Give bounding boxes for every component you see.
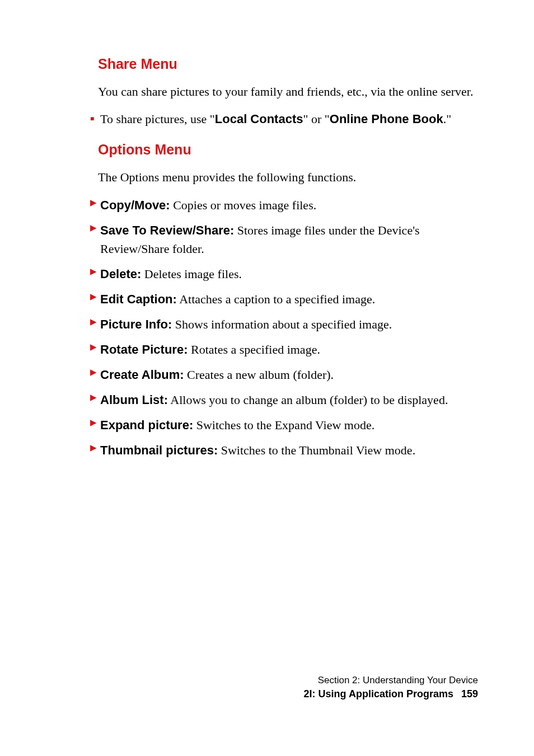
page-footer: Section 2: Understanding Your Device 2I:… [304,675,478,700]
arrow-icon: ▶ [90,316,97,328]
list-item: ▶ Save To Review/Share: Stores image fil… [98,221,478,258]
square-bullet-icon: ■ [90,114,94,124]
arrow-icon: ▶ [90,222,97,234]
item-desc: Attaches a caption to a specified image. [177,292,375,306]
list-item: ▶ Expand picture: Switches to the Expand… [98,416,478,434]
bullet-bold-1: Local Contacts [215,112,303,126]
arrow-icon: ▶ [90,265,97,278]
list-item: ▶ Album List: Allows you to change an al… [98,391,478,409]
arrow-icon: ▶ [90,341,97,354]
options-menu-intro: The Options menu provides the following … [98,169,478,186]
arrow-icon: ▶ [90,290,97,303]
bullet-text-prefix: To share pictures, use " [100,112,215,126]
arrow-icon: ▶ [90,196,97,209]
share-menu-list: ■ To share pictures, use "Local Contacts… [106,111,478,128]
arrow-icon: ▶ [90,442,97,454]
item-label: Save To Review/Share: [100,223,234,237]
options-menu-list: ▶ Copy/Move: Copies or moves image files… [106,196,478,459]
item-label: Thumbnail pictures: [100,443,218,457]
item-label: Copy/Move: [100,198,170,212]
arrow-icon: ▶ [90,391,97,404]
item-desc: Allows you to change an album (folder) t… [168,393,448,407]
item-label: Expand picture: [100,418,193,432]
item-desc: Switches to the Expand View mode. [193,418,374,432]
bullet-text-mid: " or " [303,112,329,126]
bullet-text-suffix: ." [443,112,451,126]
share-menu-intro: You can share pictures to your family an… [98,83,478,101]
item-label: Rotate Picture: [100,342,188,356]
item-label: Create Album: [100,368,184,382]
arrow-icon: ▶ [90,416,97,429]
item-desc: Copies or moves image files. [170,198,317,212]
page-number: 159 [461,688,478,699]
list-item: ■ To share pictures, use "Local Contacts… [98,111,478,128]
item-desc: Shows information about a specified imag… [172,317,392,331]
arrow-icon: ▶ [90,366,97,379]
bullet-bold-2: Online Phone Book [330,112,443,126]
list-item: ▶ Delete: Deletes image files. [98,265,478,283]
list-item: ▶ Copy/Move: Copies or moves image files… [98,196,478,214]
item-desc: Deletes image files. [141,267,242,281]
item-desc: Creates a new album (folder). [184,368,334,382]
list-item: ▶ Rotate Picture: Rotates a specified im… [98,340,478,359]
footer-sub-text: 2I: Using Application Programs [304,688,453,699]
item-label: Edit Caption: [100,292,177,306]
item-desc: Rotates a specified image. [188,342,320,356]
options-menu-heading: Options Menu [98,142,478,158]
item-desc: Switches to the Thumbnail View mode. [218,443,415,457]
list-item: ▶ Picture Info: Shows information about … [98,315,478,334]
list-item: ▶ Thumbnail pictures: Switches to the Th… [98,441,478,459]
footer-section-line: Section 2: Understanding Your Device [304,675,478,686]
list-item: ▶ Create Album: Creates a new album (fol… [98,365,478,384]
item-label: Album List: [100,393,168,407]
item-label: Picture Info: [100,317,172,331]
share-menu-heading: Share Menu [98,56,478,72]
footer-sub-line: 2I: Using Application Programs159 [304,688,478,700]
item-label: Delete: [100,267,141,281]
list-item: ▶ Edit Caption: Attaches a caption to a … [98,290,478,308]
